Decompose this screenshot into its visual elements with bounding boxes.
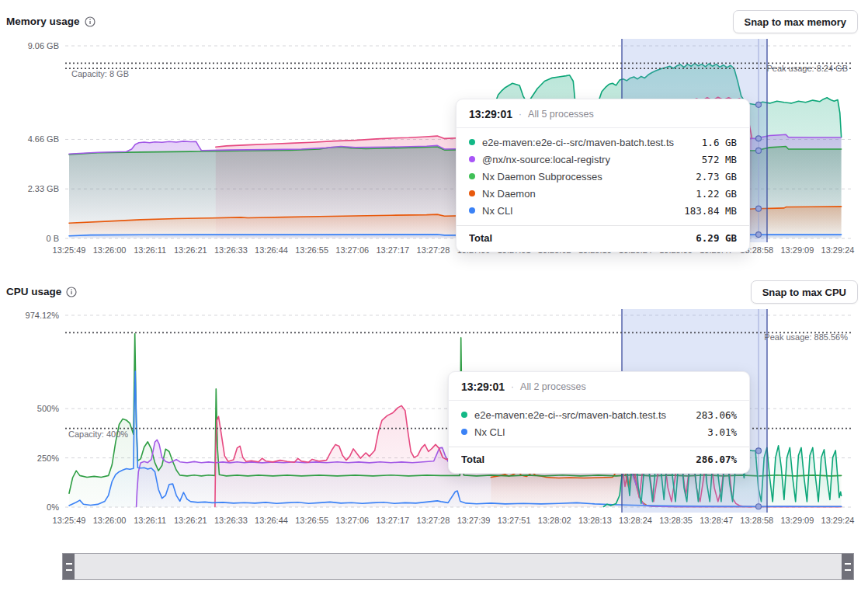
- total-label: Total: [469, 232, 696, 244]
- tooltip-header: 13:29:01·All 2 processes: [449, 372, 749, 401]
- y-tick-label: 0 B: [5, 234, 59, 243]
- y-tick-label: 974.12%: [5, 311, 59, 320]
- total-value: 286.07%: [696, 454, 737, 465]
- process-name: e2e-maven:e2e-ci--src/maven-batch.test.t…: [474, 409, 689, 421]
- memory-capacity-label: Capacity: 8 GB: [71, 69, 129, 78]
- tooltip-subtitle: All 5 processes: [528, 109, 594, 120]
- total-label: Total: [461, 454, 696, 465]
- cpu-usage-title: CPU usage: [6, 286, 77, 297]
- process-name: Nx CLI: [482, 205, 677, 217]
- memory-usage-title-text: Memory usage: [6, 16, 80, 27]
- snap-to-max-memory-button[interactable]: Snap to max memory: [733, 10, 859, 33]
- process-value: 283.06%: [696, 409, 737, 421]
- profiler-page: Memory usage Snap to max memory 9.06 GB4…: [0, 0, 868, 591]
- process-color-dot-icon: [469, 190, 475, 196]
- tooltip-total-row: Total6.29 GB: [457, 225, 749, 252]
- process-value: 1.22 GB: [696, 188, 737, 200]
- process-color-dot-icon: [469, 156, 475, 162]
- y-tick-label: 500%: [5, 404, 59, 413]
- grip-icon: [845, 563, 851, 571]
- info-icon[interactable]: [85, 16, 95, 27]
- y-tick-label: 9.06 GB: [5, 41, 59, 50]
- process-value: 572 MB: [702, 154, 737, 165]
- tooltip-process-row: Nx CLI183.84 MB: [469, 202, 737, 219]
- tooltip-header: 13:29:01·All 5 processes: [457, 99, 749, 128]
- process-value: 183.84 MB: [684, 205, 737, 217]
- x-tick-label: 13:29:24: [814, 245, 862, 255]
- cpu-capacity-label: Capacity: 400%: [68, 429, 128, 439]
- tooltip-time: 13:29:01: [461, 381, 505, 393]
- memory-peak-label: Peak usage: 8.24 GB: [722, 64, 848, 73]
- tooltip-process-row: e2e-maven:e2e-ci--src/maven-batch.test.t…: [461, 406, 737, 423]
- info-icon[interactable]: [66, 287, 77, 297]
- tooltip-separator: ·: [519, 109, 522, 120]
- process-name: Nx Daemon: [482, 188, 689, 200]
- tooltip-subtitle: All 2 processes: [520, 381, 586, 392]
- y-tick-label: 2.33 GB: [5, 184, 59, 193]
- process-color-dot-icon: [461, 429, 467, 435]
- tooltip-process-row: Nx Daemon1.22 GB: [469, 185, 737, 202]
- tooltip-separator: ·: [511, 381, 514, 392]
- tooltip-time: 13:29:01: [469, 108, 512, 120]
- process-value: 3.01%: [707, 426, 737, 438]
- process-color-dot-icon: [469, 207, 475, 214]
- process-name: @nx/nx-source:local-registry: [482, 154, 695, 165]
- process-color-dot-icon: [469, 139, 475, 145]
- grip-icon: [66, 563, 72, 571]
- process-value: 2.73 GB: [696, 171, 737, 183]
- y-tick-label: 250%: [5, 454, 59, 463]
- tooltip-process-row: Nx CLI3.01%: [461, 423, 737, 440]
- tooltip-process-row: e2e-maven:e2e-ci--src/maven-batch.test.t…: [469, 134, 737, 151]
- snap-to-max-cpu-button[interactable]: Snap to max CPU: [751, 280, 858, 304]
- process-color-dot-icon: [469, 173, 475, 179]
- process-name: Nx CLI: [474, 426, 700, 438]
- total-value: 6.29 GB: [696, 232, 737, 244]
- brush-left-handle[interactable]: [63, 554, 75, 579]
- memory-tooltip: 13:29:01·All 5 processese2e-maven:e2e-ci…: [456, 99, 750, 252]
- cpu-peak-label: Peak usage: 885.56%: [722, 332, 848, 342]
- y-tick-label: 4.66 GB: [5, 134, 59, 144]
- timeline-brush-track[interactable]: [62, 553, 854, 580]
- tooltip-total-row: Total286.07%: [449, 447, 749, 473]
- y-tick-label: 0%: [5, 502, 59, 512]
- memory-usage-title: Memory usage: [6, 16, 95, 27]
- brush-right-handle[interactable]: [842, 554, 853, 579]
- process-name: Nx Daemon Subprocesses: [482, 171, 689, 183]
- tooltip-process-row: @nx/nx-source:local-registry572 MB: [469, 151, 737, 168]
- x-tick-label: 13:29:24: [814, 516, 862, 525]
- process-value: 1.6 GB: [702, 137, 737, 148]
- cpu-tooltip: 13:29:01·All 2 processese2e-maven:e2e-ci…: [448, 371, 750, 474]
- process-color-dot-icon: [461, 412, 467, 418]
- cpu-usage-title-text: CPU usage: [6, 286, 61, 297]
- tooltip-process-row: Nx Daemon Subprocesses2.73 GB: [469, 168, 737, 185]
- process-name: e2e-maven:e2e-ci--src/maven-batch.test.t…: [482, 137, 695, 148]
